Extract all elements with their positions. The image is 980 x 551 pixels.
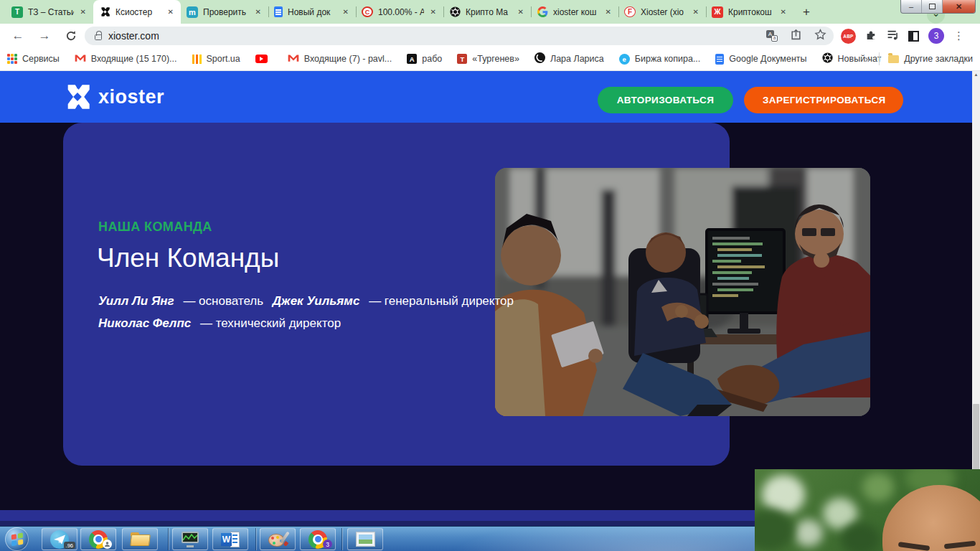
new-tab-button[interactable]: + [798, 4, 815, 22]
chrome-menu-kebab-icon[interactable]: ⋮ [953, 29, 964, 42]
word-icon: W [221, 531, 240, 548]
tab-close-icon[interactable]: ✕ [254, 7, 263, 17]
tab-xioster-active[interactable]: Ксиостер ✕ [93, 0, 181, 24]
eyebrow-shape [944, 541, 976, 550]
team-line-1: Уилл Ли Янг — основатель Джек Уильямс — … [98, 294, 514, 309]
taskbar-word-button[interactable]: W [212, 528, 248, 550]
extensions-area: ABP 3 ⋮ [841, 27, 964, 45]
bookmark-youtube[interactable] [255, 55, 273, 63]
tab-title: ТЗ – Статьи [28, 7, 74, 17]
translate-small-letter: a [771, 35, 778, 42]
foliage-blob [862, 473, 894, 501]
bookmark-gmail-1[interactable]: Входящие (15 170)... [75, 53, 177, 65]
page-viewport: xioster АВТОРИЗОВАТЬСЯ ЗАРЕГИСТРИРОВАТЬС… [0, 71, 980, 526]
e-blue-icon: е [619, 54, 630, 65]
bookmark-lara-larisa[interactable]: Лара Лариса [534, 52, 604, 65]
member-name: Уилл Ли Янг [98, 294, 174, 308]
eyebrow-shape [898, 542, 930, 551]
tab-title: Криптокош [728, 7, 774, 17]
forward-button[interactable]: → [35, 27, 54, 45]
tab-close-icon[interactable]: ✕ [779, 7, 788, 17]
sidebar-extension-icon[interactable] [908, 31, 919, 42]
chatgpt-favicon-icon [449, 6, 461, 18]
bookmark-turgenev[interactable]: Т«Тургенев» [457, 54, 519, 64]
bookmark-label: Входящие (15 170)... [91, 54, 177, 64]
member-name: Николас Фелпс [98, 316, 191, 330]
foliage-blob [755, 509, 794, 551]
pip-video-overlay[interactable] [755, 469, 980, 551]
extensions-puzzle-icon[interactable] [865, 29, 877, 44]
tab-close-icon[interactable]: ✕ [429, 7, 438, 17]
translate-icon[interactable]: Aa [766, 30, 778, 42]
bookmark-gmail-2[interactable]: Входящие (7) - pavl... [288, 53, 392, 65]
scrollbar-thumb[interactable] [973, 404, 979, 474]
address-bar[interactable]: xioster.com Aa [85, 27, 834, 45]
minimize-button[interactable]: – [901, 0, 922, 13]
profile-avatar[interactable]: 3 [928, 28, 944, 44]
lock-icon[interactable] [95, 34, 102, 40]
tab-kriptokosh[interactable]: Ж Криптокош ✕ [706, 0, 793, 24]
tab-tz-stati[interactable]: Т ТЗ – Статьи ✕ [6, 0, 93, 24]
browser-toolbar: ← → xioster.com Aa ABP 3 ⋮ [0, 24, 980, 47]
site-logo[interactable]: xioster [63, 83, 164, 111]
tabs-container: Т ТЗ – Статьи ✕ Ксиостер ✕ m Проверить ✕… [6, 0, 793, 24]
adblock-plus-icon[interactable]: ABP [841, 29, 856, 44]
taskbar-paint-button[interactable] [260, 528, 296, 550]
url-text[interactable]: xioster.com [108, 30, 159, 42]
taskbar-telegram-button[interactable]: .96 [42, 528, 77, 550]
bookmark-birzha[interactable]: еБиржа копира... [619, 54, 701, 65]
tab-xioster-kosh[interactable]: xioster кош ✕ [531, 0, 618, 24]
tab-close-icon[interactable]: ✕ [604, 7, 613, 17]
xioster-black-logo-icon [99, 6, 110, 18]
tab-title: Новый док [288, 7, 336, 17]
tab-novyi-dok[interactable]: Новый док ✕ [268, 0, 356, 24]
share-icon[interactable] [790, 29, 802, 44]
bookmark-label: Сервисы [22, 54, 60, 64]
tab-100-percent[interactable]: C 100.00% - А ✕ [356, 0, 443, 24]
google-docs-icon [274, 6, 283, 17]
tab-close-icon[interactable]: ✕ [79, 7, 88, 17]
tab-close-icon[interactable]: ✕ [341, 7, 350, 17]
close-button[interactable]: ✕ [943, 0, 975, 13]
bookmark-label: Биржа копира... [635, 54, 701, 64]
bookmark-sportua[interactable]: Sport.ua [192, 54, 240, 64]
taskbar-chrome-profile-button[interactable] [80, 528, 116, 550]
taskbar-chrome-3-button[interactable]: 3 [300, 528, 336, 550]
taskbar-photo-viewer-button[interactable] [347, 528, 383, 550]
bookmark-google-docs[interactable]: Google Документы [715, 54, 806, 65]
bookmark-star-icon[interactable] [814, 29, 826, 44]
member-role: — технический директор [200, 316, 341, 330]
scrollbar-up-arrow-icon[interactable]: ▲ [972, 72, 980, 77]
authorize-button[interactable]: АВТОРИЗОВАТЬСЯ [598, 87, 733, 113]
bookmarks-overflow-chevron[interactable]: » [864, 53, 870, 65]
omnibox-actions: Aa [766, 29, 826, 44]
tab-kripto-ma[interactable]: Крипто Ма ✕ [443, 0, 531, 24]
back-button[interactable]: ← [9, 27, 27, 45]
screen: Т ТЗ – Статьи ✕ Ксиостер ✕ m Проверить ✕… [0, 0, 980, 551]
taskbar-resource-monitor-button[interactable] [172, 528, 208, 550]
bookmark-servisy[interactable]: Сервисы [7, 54, 60, 64]
monitor-graph-icon [182, 532, 199, 547]
bookmark-label: Sport.ua [207, 54, 240, 64]
reload-button[interactable] [62, 27, 80, 45]
tab-close-icon[interactable]: ✕ [692, 7, 700, 17]
tab-xioster-f[interactable]: F Xioster (xio ✕ [618, 0, 706, 24]
restore-button[interactable] [922, 0, 943, 13]
page-scrollbar[interactable]: ▲ [972, 71, 980, 526]
bookmark-label: Лара Лариса [550, 54, 604, 64]
other-bookmarks-folder[interactable]: Другие закладки [888, 54, 973, 64]
playlist-music-icon[interactable] [887, 29, 899, 44]
tab-close-icon[interactable]: ✕ [166, 7, 175, 17]
section-eyebrow: НАША КОМАНДА [98, 220, 212, 235]
tab-proverit[interactable]: m Проверить ✕ [181, 0, 268, 24]
taskbar-explorer-button[interactable] [122, 528, 158, 550]
tab-title: Проверить [203, 7, 249, 17]
youtube-icon [255, 55, 268, 63]
bookmark-rabo[interactable]: Aрабо [407, 54, 442, 64]
register-button[interactable]: ЗАРЕГИСТРИРОВАТЬСЯ [744, 87, 903, 113]
start-button[interactable] [5, 527, 29, 551]
site-header: xioster АВТОРИЗОВАТЬСЯ ЗАРЕГИСТРИРОВАТЬС… [0, 71, 980, 123]
apps-grid-icon [7, 54, 17, 64]
bookmark-label: «Тургенев» [472, 54, 519, 64]
tab-close-icon[interactable]: ✕ [517, 7, 525, 17]
